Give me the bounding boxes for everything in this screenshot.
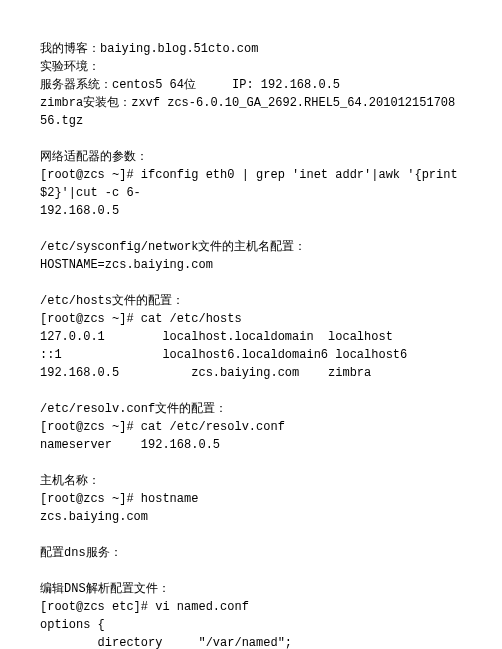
spacer <box>40 454 462 472</box>
hosts-file-header: /etc/hosts文件的配置： <box>40 292 462 310</box>
dns-edit-header: 编辑DNS解析配置文件： <box>40 580 462 598</box>
cat-hosts-cmd: [root@zcs ~]# cat /etc/hosts <box>40 310 462 328</box>
spacer <box>40 220 462 238</box>
hostname-cmd: [root@zcs ~]# hostname <box>40 490 462 508</box>
blog-line: 我的博客：baiying.blog.51cto.com <box>40 40 462 58</box>
resolv-header: /etc/resolv.conf文件的配置： <box>40 400 462 418</box>
hostname-config: HOSTNAME=zcs.baiying.com <box>40 256 462 274</box>
spacer <box>40 562 462 580</box>
cat-resolv-cmd: [root@zcs ~]# cat /etc/resolv.conf <box>40 418 462 436</box>
hostname-header: 主机名称： <box>40 472 462 490</box>
ifconfig-output: 192.168.0.5 <box>40 202 462 220</box>
ifconfig-cmd: [root@zcs ~]# ifconfig eth0 | grep 'inet… <box>40 166 462 202</box>
named-options-open: options { <box>40 616 462 634</box>
spacer <box>40 274 462 292</box>
network-file-header: /etc/sysconfig/network文件的主机名配置： <box>40 238 462 256</box>
spacer <box>40 130 462 148</box>
named-directory: directory "/var/named"; <box>40 634 462 649</box>
hostname-output: zcs.baiying.com <box>40 508 462 526</box>
netadapter-header: 网络适配器的参数： <box>40 148 462 166</box>
dns-config-header: 配置dns服务： <box>40 544 462 562</box>
zimbra-package-line: zimbra安装包：zxvf zcs-6.0.10_GA_2692.RHEL5_… <box>40 94 462 130</box>
hosts-line3: 192.168.0.5 zcs.baiying.com zimbra <box>40 364 462 382</box>
hosts-line2: ::1 localhost6.localdomain6 localhost6 <box>40 346 462 364</box>
server-os-line: 服务器系统：centos5 64位 IP: 192.168.0.5 <box>40 76 462 94</box>
nameserver-line: nameserver 192.168.0.5 <box>40 436 462 454</box>
hosts-line1: 127.0.0.1 localhost.localdomain localhos… <box>40 328 462 346</box>
spacer <box>40 526 462 544</box>
env-header: 实验环境： <box>40 58 462 76</box>
spacer <box>40 382 462 400</box>
vi-named-cmd: [root@zcs etc]# vi named.conf <box>40 598 462 616</box>
